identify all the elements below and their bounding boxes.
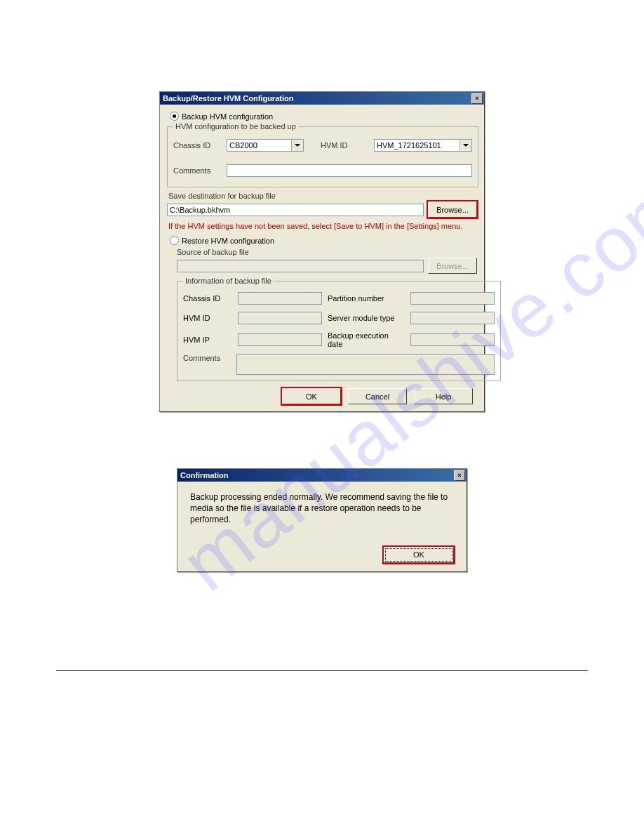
page-divider [56,670,588,671]
info-chassis-value [238,292,322,305]
backup-radio-row[interactable]: Backup HVM configuration [170,112,477,121]
titlebar: Confirmation × [177,469,467,482]
dialog-title: Backup/Restore HVM Configuration [163,92,293,105]
chassis-id-label: Chassis ID [173,141,222,150]
info-date-value [410,333,495,346]
save-dest-input[interactable]: C:\Backup.bkhvm [167,204,424,216]
info-hvmid-label: HVM ID [183,314,232,322]
info-partition-value [410,292,495,305]
source-label: Source of backup file [177,248,477,256]
close-icon[interactable]: × [471,93,483,104]
info-hvmid-value [238,312,322,324]
chassis-id-combo[interactable]: CB2000 [227,139,304,152]
backup-restore-dialog: Backup/Restore HVM Configuration × Backu… [159,91,485,412]
chevron-down-icon[interactable] [291,140,303,151]
browse2-button: Browse... [428,258,477,274]
radio-icon[interactable] [170,112,179,121]
browse-button[interactable]: Browse... [428,201,477,218]
backup-config-group: HVM configuration to be backed up Chassi… [167,122,478,187]
restore-radio-label: Restore HVM configuration [182,237,274,245]
cancel-button[interactable]: Cancel [348,388,407,404]
info-date-label: Backup execution date [328,331,405,348]
radio-icon[interactable] [170,236,179,245]
source-input [177,260,424,272]
info-hvmip-value [238,333,322,346]
info-comments-label: Comments [183,354,232,362]
comments-label: Comments [173,166,222,175]
ok-button[interactable]: OK [282,388,341,404]
dialog-title: Confirmation [180,469,228,482]
info-partition-label: Partition number [328,294,405,303]
confirmation-dialog: Confirmation × Backup processing ended n… [177,468,467,572]
backup-config-legend: HVM configuration to be backed up [173,122,298,131]
info-hvmip-label: HVM IP [183,336,232,344]
info-legend: Information of backup file [183,277,274,285]
warning-text: If the HVM settings have not been saved,… [168,222,476,230]
chevron-down-icon[interactable] [459,140,471,151]
hvm-id-combo[interactable]: HVM_1721625101 [374,139,472,152]
info-server-value [410,312,495,324]
info-group: Information of backup file Chassis ID Pa… [177,277,501,381]
info-comments-value [236,354,495,375]
help-button[interactable]: Help [414,388,473,404]
info-chassis-label: Chassis ID [183,294,232,303]
titlebar: Backup/Restore HVM Configuration × [160,92,484,105]
info-server-label: Server module type [328,314,405,322]
confirm-ok-button[interactable]: OK [384,547,454,563]
comments-input[interactable] [227,164,472,177]
restore-radio-row[interactable]: Restore HVM configuration [170,236,477,245]
hvm-id-label: HVM ID [321,141,370,150]
save-dest-label: Save destination for backup file [168,192,477,200]
backup-radio-label: Backup HVM configuration [182,112,273,121]
confirmation-message: Backup processing ended normally. We rec… [190,491,454,526]
close-icon[interactable]: × [454,470,465,481]
